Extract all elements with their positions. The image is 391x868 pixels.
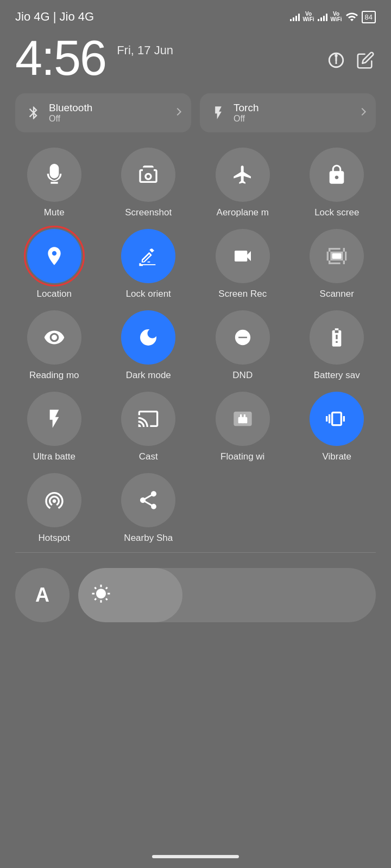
tile-readingmode-label: Reading mo xyxy=(29,370,79,381)
status-icons: Vo WiFi Vo WiFi 84 xyxy=(290,10,376,23)
edit-icon[interactable] xyxy=(355,50,376,71)
tile-screenshot[interactable]: Screenshot xyxy=(104,148,193,218)
tile-lockscreen[interactable]: Lock scree xyxy=(293,148,382,218)
battery-indicator: 84 xyxy=(362,11,376,23)
tile-darkmode[interactable]: Dark mode xyxy=(104,310,193,381)
tile-hotspot-label: Hotspot xyxy=(38,533,70,544)
tile-batterysave-circle xyxy=(310,310,364,365)
tile-screenrec-circle xyxy=(216,229,270,283)
tile-lockorient-label: Lock orient xyxy=(126,289,171,299)
tile-darkmode-label: Dark mode xyxy=(126,370,171,381)
font-size-button[interactable]: A xyxy=(15,568,70,622)
bluetooth-icon xyxy=(26,105,41,120)
tile-location[interactable]: Location xyxy=(10,229,99,299)
bluetooth-state: Off xyxy=(49,114,92,124)
tile-lockscreen-circle xyxy=(310,148,364,202)
tile-vibrate-circle xyxy=(310,392,364,446)
tile-nearbyshare[interactable]: Nearby Sha xyxy=(104,473,193,544)
tile-aeroplane-label: Aeroplane m xyxy=(217,207,269,218)
signal-1 xyxy=(290,12,300,21)
tile-ultrabatte-label: Ultra batte xyxy=(33,451,75,462)
carrier-text: Jio 4G | Jio 4G xyxy=(15,10,94,24)
tile-hotspot-circle xyxy=(27,473,81,527)
tile-cast-label: Cast xyxy=(139,451,158,462)
signal-2 xyxy=(318,12,327,21)
tile-darkmode-circle xyxy=(121,310,175,365)
tile-dnd-circle xyxy=(216,310,270,365)
tile-scanner[interactable]: Scanner xyxy=(293,229,382,299)
torch-label: Torch xyxy=(234,102,258,114)
tile-location-circle xyxy=(27,229,81,283)
torch-toggle[interactable]: Torch Off xyxy=(200,93,376,132)
tile-vibrate-label: Vibrate xyxy=(322,451,351,462)
tile-location-label: Location xyxy=(37,289,72,299)
font-size-label: A xyxy=(35,584,49,607)
tile-nearbyshare-circle xyxy=(121,473,175,527)
tile-lockorient-circle xyxy=(121,229,175,283)
home-indicator xyxy=(152,855,239,858)
brightness-slider[interactable] xyxy=(78,568,376,622)
status-bar: Jio 4G | Jio 4G Vo WiFi Vo W xyxy=(0,0,391,28)
torch-icon xyxy=(211,105,226,120)
brightness-icon xyxy=(91,584,111,606)
tile-scanner-circle xyxy=(310,229,364,283)
bottom-controls: A xyxy=(0,559,391,631)
tile-ultrabatte-circle xyxy=(27,392,81,446)
tile-nearbyshare-label: Nearby Sha xyxy=(124,533,173,544)
tile-vibrate[interactable]: Vibrate xyxy=(293,392,382,462)
tile-screenshot-label: Screenshot xyxy=(125,207,172,218)
tile-floatingwi[interactable]: Floating wi xyxy=(198,392,287,462)
svg-rect-1 xyxy=(332,253,342,259)
time-display: 4:56 xyxy=(15,34,106,82)
tile-batterysave[interactable]: Battery sav xyxy=(293,310,382,381)
tile-dnd[interactable]: DND xyxy=(198,310,287,381)
tile-dnd-label: DND xyxy=(232,370,253,381)
tile-lockorient[interactable]: Lock orient xyxy=(104,229,193,299)
torch-state: Off xyxy=(234,114,258,124)
tile-screenshot-circle xyxy=(121,148,175,202)
bluetooth-chevron xyxy=(174,108,181,116)
divider xyxy=(15,552,376,553)
tile-floatingwi-label: Floating wi xyxy=(220,451,264,462)
tile-screenrec-label: Screen Rec xyxy=(218,289,267,299)
tile-batterysave-label: Battery sav xyxy=(314,370,360,381)
tile-cast-circle xyxy=(121,392,175,446)
tile-floatingwi-circle xyxy=(216,392,270,446)
time-section: 4:56 Fri, 17 Jun xyxy=(0,28,391,93)
tile-mute[interactable]: Mute xyxy=(10,148,99,218)
wifi-icon xyxy=(345,10,358,23)
tile-mute-circle xyxy=(27,148,81,202)
top-toggles: Bluetooth Off Torch Off xyxy=(0,93,391,132)
vowifi-2: Vo WiFi xyxy=(331,11,342,22)
tile-hotspot[interactable]: Hotspot xyxy=(10,473,99,544)
torch-chevron xyxy=(358,108,366,116)
tile-aeroplane[interactable]: Aeroplane m xyxy=(198,148,287,218)
battery-level: 84 xyxy=(365,13,373,21)
tile-readingmode[interactable]: Reading mo xyxy=(10,310,99,381)
tile-aeroplane-circle xyxy=(216,148,270,202)
tile-lockscreen-label: Lock scree xyxy=(314,207,359,218)
settings-icon[interactable] xyxy=(326,50,346,71)
vowifi-1: Vo WiFi xyxy=(303,11,314,22)
tile-ultrabatte[interactable]: Ultra batte xyxy=(10,392,99,462)
tile-screenrec[interactable]: Screen Rec xyxy=(198,229,287,299)
tiles-grid: Mute Screenshot Aeroplane m Lock scree L… xyxy=(0,148,391,544)
tile-mute-label: Mute xyxy=(44,207,65,218)
tile-cast[interactable]: Cast xyxy=(104,392,193,462)
bluetooth-toggle[interactable]: Bluetooth Off xyxy=(15,93,191,132)
tile-scanner-label: Scanner xyxy=(320,289,354,299)
bluetooth-label: Bluetooth xyxy=(49,102,92,114)
date-display: Fri, 17 Jun xyxy=(117,34,173,58)
tile-readingmode-circle xyxy=(27,310,81,365)
